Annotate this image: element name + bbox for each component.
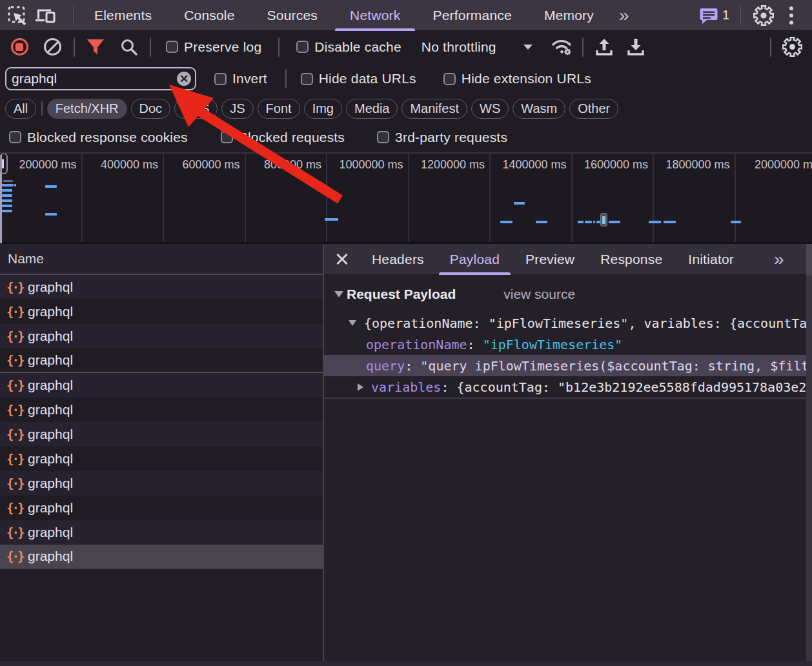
settings-button[interactable] bbox=[751, 3, 776, 28]
filter-icon[interactable] bbox=[86, 38, 105, 56]
filter-chip-manifest[interactable]: Manifest bbox=[401, 99, 467, 119]
filter-chip-img[interactable]: Img bbox=[304, 99, 342, 119]
fetch-xhr-icon: {·} bbox=[6, 501, 22, 515]
device-toolbar-button[interactable] bbox=[34, 3, 58, 28]
filter-chip-wasm[interactable]: Wasm bbox=[513, 99, 565, 119]
tab-sources[interactable]: Sources bbox=[251, 0, 334, 31]
overview-resize-handle[interactable] bbox=[0, 153, 8, 174]
messages-icon[interactable] bbox=[699, 6, 718, 25]
request-row[interactable]: {·}graphql bbox=[0, 520, 323, 545]
filter-chip-other[interactable]: Other bbox=[569, 99, 618, 119]
tab-memory[interactable]: Memory bbox=[528, 0, 610, 31]
tab-performance[interactable]: Performance bbox=[416, 0, 527, 31]
collapse-section-icon[interactable] bbox=[334, 291, 343, 298]
more-options-button[interactable] bbox=[784, 3, 799, 28]
request-row[interactable]: {·}graphql bbox=[0, 471, 323, 496]
gear-icon bbox=[753, 5, 774, 26]
filter-chip-js[interactable]: JS bbox=[221, 99, 253, 119]
name-column-header[interactable]: Name bbox=[0, 244, 323, 275]
overview-request-bar bbox=[514, 202, 525, 205]
detail-tab-initiator[interactable]: Initiator bbox=[675, 244, 747, 275]
chip-separator bbox=[41, 101, 43, 116]
request-row[interactable]: {·}graphql bbox=[0, 398, 323, 422]
payload-tree-row[interactable]: {operationName: "ipFlowTimeseries", vari… bbox=[324, 312, 812, 334]
toolbar-separator bbox=[73, 6, 74, 25]
detail-tab-label: Response bbox=[600, 252, 662, 267]
third-party-label: 3rd-party requests bbox=[395, 130, 507, 145]
tab-label: Network bbox=[350, 8, 400, 23]
filter-chip-font[interactable]: Font bbox=[258, 99, 300, 119]
detail-tab-response[interactable]: Response bbox=[587, 244, 675, 275]
invert-checkbox[interactable] bbox=[214, 73, 227, 85]
preserve-log-checkbox[interactable] bbox=[166, 41, 178, 53]
import-har-icon[interactable] bbox=[595, 37, 613, 57]
overview-request-bar bbox=[731, 221, 741, 223]
filter-input[interactable] bbox=[6, 71, 195, 86]
inspect-element-button[interactable] bbox=[4, 3, 28, 28]
request-row[interactable]: {·}graphql bbox=[0, 422, 323, 447]
overview-request-bar bbox=[585, 221, 592, 223]
blocked-requests-checkbox[interactable] bbox=[221, 131, 233, 143]
detail-tab-headers[interactable]: Headers bbox=[359, 244, 437, 275]
payload-tree-row[interactable]: variables: {accountTag: "b12e3b2192ee558… bbox=[324, 376, 812, 398]
tab-label: Console bbox=[184, 8, 234, 23]
search-icon[interactable] bbox=[120, 38, 138, 56]
chip-label: All bbox=[14, 101, 28, 116]
close-details-button[interactable] bbox=[330, 248, 354, 271]
request-row[interactable]: {·}graphql bbox=[0, 299, 323, 324]
tab-elements[interactable]: Elements bbox=[78, 0, 168, 31]
network-conditions-icon[interactable] bbox=[551, 37, 573, 57]
throttling-select[interactable]: No throttling bbox=[421, 39, 533, 55]
overview-request-bar bbox=[325, 218, 338, 221]
payload-tree-row[interactable]: operationName: "ipFlowTimeseries" bbox=[324, 334, 812, 355]
more-detail-tabs-icon[interactable]: » bbox=[767, 249, 791, 270]
detail-tab-label: Initiator bbox=[688, 252, 734, 267]
network-overview-timeline[interactable]: 200000 ms400000 ms600000 ms800000 ms1000… bbox=[0, 152, 812, 244]
filter-chip-css[interactable]: CSS bbox=[174, 99, 218, 119]
tab-console[interactable]: Console bbox=[168, 0, 250, 31]
export-har-icon[interactable] bbox=[627, 37, 645, 57]
network-settings-gear-icon[interactable] bbox=[782, 37, 802, 57]
overview-request-bar bbox=[578, 221, 584, 223]
detail-tab-preview[interactable]: Preview bbox=[513, 244, 587, 275]
hide-data-urls-checkbox[interactable] bbox=[301, 73, 313, 85]
filter-input-box: ✕ bbox=[5, 67, 196, 90]
detail-tab-payload[interactable]: Payload bbox=[437, 244, 513, 275]
chevron-down-icon bbox=[523, 44, 533, 50]
clear-filter-icon[interactable]: ✕ bbox=[177, 72, 191, 86]
blocked-cookies-checkbox[interactable] bbox=[9, 131, 21, 143]
request-row[interactable]: {·}graphql bbox=[0, 447, 323, 471]
clear-network-log-button[interactable] bbox=[44, 38, 61, 56]
hide-extension-urls-checkbox[interactable] bbox=[443, 73, 456, 85]
expanded-arrow-icon[interactable] bbox=[349, 320, 356, 326]
request-name: graphql bbox=[28, 525, 73, 540]
payload-text-segment: {operationName: "ipFlowTimeseries", vari… bbox=[364, 316, 812, 331]
overview-request-bar bbox=[593, 221, 595, 223]
detail-scrollbar-track[interactable] bbox=[806, 276, 812, 666]
request-details-pane: HeadersPayloadPreviewResponseInitiator »… bbox=[324, 244, 812, 666]
tab-network[interactable]: Network bbox=[334, 0, 416, 31]
view-source-link[interactable]: view source bbox=[503, 287, 575, 302]
filter-chip-doc[interactable]: Doc bbox=[131, 99, 171, 119]
request-row[interactable]: {·}graphql bbox=[0, 348, 323, 373]
request-row[interactable]: {·}graphql bbox=[0, 496, 323, 520]
request-type-filter-bar: AllFetch/XHRDocCSSJSFontImgMediaManifest… bbox=[0, 95, 812, 122]
filter-chip-ws[interactable]: WS bbox=[471, 99, 509, 119]
collapsed-arrow-icon[interactable] bbox=[358, 383, 363, 391]
payload-tree-row[interactable]: query: "query ipFlowTimeseries($accountT… bbox=[324, 355, 812, 376]
more-panels-icon[interactable]: » bbox=[610, 0, 638, 31]
record-network-log-button[interactable] bbox=[11, 38, 28, 56]
filter-chip-fetchxhr[interactable]: Fetch/XHR bbox=[47, 99, 127, 119]
request-row[interactable]: {·}graphql bbox=[0, 545, 323, 569]
chip-label: Img bbox=[312, 101, 334, 116]
request-row[interactable]: {·}graphql bbox=[0, 324, 323, 348]
overview-time-label: 1800000 ms bbox=[665, 158, 729, 172]
overview-request-bar bbox=[649, 221, 661, 223]
request-row[interactable]: {·}graphql bbox=[0, 275, 323, 299]
kebab-menu-icon bbox=[789, 6, 794, 25]
third-party-checkbox[interactable] bbox=[377, 131, 389, 143]
filter-chip-media[interactable]: Media bbox=[346, 99, 398, 119]
request-row[interactable]: {·}graphql bbox=[0, 373, 323, 398]
filter-chip-all[interactable]: All bbox=[5, 99, 36, 119]
disable-cache-checkbox[interactable] bbox=[296, 41, 309, 53]
